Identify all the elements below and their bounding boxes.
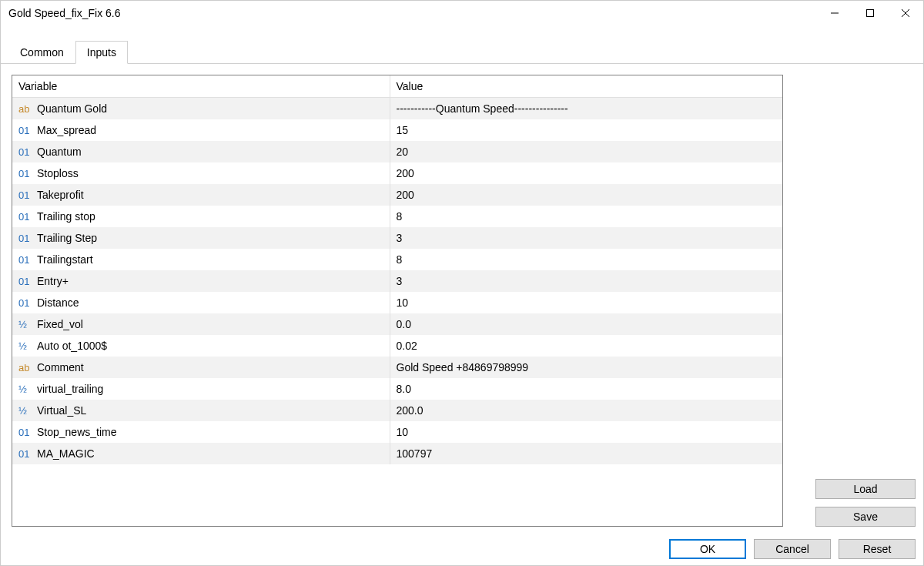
cell-value[interactable]: 15 [390, 119, 782, 141]
variable-name: Virtual_SL [37, 404, 86, 417]
window-title: Gold Speed_fix_Fix 6.6 [8, 7, 817, 19]
variable-name: Quantum Gold [37, 102, 107, 115]
variable-name: Takeprofit [37, 189, 84, 201]
type-badge-01: 01 [18, 211, 34, 223]
tab-common[interactable]: Common [8, 41, 75, 64]
type-badge-ab: ab [18, 103, 34, 115]
table-header-row: Variable Value [12, 75, 782, 98]
cell-value[interactable]: 200.0 [390, 400, 782, 421]
maximize-button[interactable] [852, 1, 888, 25]
table-row[interactable]: abCommentGold Speed +84869798999 [12, 357, 782, 378]
table-row[interactable]: 01Trailing stop8 [12, 206, 782, 227]
type-badge-01: 01 [18, 448, 34, 460]
variable-name: Auto ot_1000$ [37, 340, 107, 352]
bottom-button-bar: OK Cancel Reset [669, 539, 916, 559]
cell-variable: 01Takeprofit [12, 184, 390, 206]
cell-value[interactable]: 100797 [390, 443, 782, 464]
table-row[interactable]: ½Fixed_vol0.0 [12, 313, 782, 335]
cell-value[interactable]: 20 [390, 141, 782, 162]
table-row[interactable]: 01Trailing Step3 [12, 227, 782, 249]
cell-variable: 01Distance [12, 292, 390, 313]
variable-name: MA_MAGIC [37, 447, 95, 460]
cell-value[interactable]: 200 [390, 184, 782, 206]
inputs-table: Variable Value abQuantum Gold-----------… [12, 75, 783, 527]
maximize-icon [866, 9, 874, 17]
cell-variable: ½Auto ot_1000$ [12, 335, 390, 357]
table-row[interactable]: ½virtual_trailing8.0 [12, 378, 782, 400]
table-row[interactable]: 01MA_MAGIC100797 [12, 443, 782, 464]
cell-value[interactable]: 8.0 [390, 378, 782, 400]
cell-variable: ½Fixed_vol [12, 313, 390, 335]
header-value[interactable]: Value [390, 75, 782, 98]
cell-variable: 01Trailing stop [12, 206, 390, 227]
cell-value[interactable]: 0.02 [390, 335, 782, 357]
cell-value[interactable]: 8 [390, 249, 782, 270]
type-badge-frac: ½ [18, 319, 34, 330]
load-button[interactable]: Load [815, 479, 916, 499]
cell-value[interactable]: 10 [390, 292, 782, 313]
titlebar: Gold Speed_fix_Fix 6.6 [1, 1, 923, 25]
type-badge-frac: ½ [18, 340, 34, 352]
table-row[interactable]: 01Distance10 [12, 292, 782, 313]
variable-name: Stop_news_time [37, 426, 117, 438]
type-badge-01: 01 [18, 276, 34, 287]
variable-name: Comment [37, 361, 84, 373]
variable-name: Fixed_vol [37, 318, 83, 330]
table-row[interactable]: 01Stoploss200 [12, 162, 782, 184]
window-controls [817, 1, 923, 25]
table-row[interactable]: 01Takeprofit200 [12, 184, 782, 206]
close-icon [902, 9, 909, 17]
cell-value[interactable]: 3 [390, 227, 782, 249]
table-row[interactable]: 01Stop_news_time10 [12, 421, 782, 443]
variable-name: Trailingstart [37, 253, 93, 266]
type-badge-01: 01 [18, 297, 34, 309]
variable-name: Trailing Step [37, 232, 97, 244]
table-row[interactable]: ½Auto ot_1000$0.02 [12, 335, 782, 357]
tabstrip: Common Inputs [1, 25, 923, 64]
header-variable[interactable]: Variable [12, 75, 390, 98]
inputs-table-grid: Variable Value abQuantum Gold-----------… [12, 75, 782, 464]
content-panel: Variable Value abQuantum Gold-----------… [1, 64, 923, 565]
tab-inputs[interactable]: Inputs [75, 41, 128, 64]
table-row[interactable]: abQuantum Gold-----------Quantum Speed--… [12, 98, 782, 119]
type-badge-01: 01 [18, 254, 34, 266]
variable-name: Quantum [37, 146, 82, 158]
cell-value[interactable]: 8 [390, 206, 782, 227]
type-badge-frac: ½ [18, 383, 34, 395]
cell-variable: 01MA_MAGIC [12, 443, 390, 464]
type-badge-01: 01 [18, 427, 34, 438]
save-button[interactable]: Save [815, 507, 916, 527]
cell-value[interactable]: 200 [390, 162, 782, 184]
cell-value[interactable]: -----------Quantum Speed--------------- [390, 98, 782, 119]
table-row[interactable]: ½Virtual_SL200.0 [12, 400, 782, 421]
variable-name: Max_spread [37, 124, 96, 136]
minimize-button[interactable] [817, 1, 852, 25]
type-badge-01: 01 [18, 168, 34, 179]
cell-value[interactable]: Gold Speed +84869798999 [390, 357, 782, 378]
variable-name: Stoploss [37, 167, 79, 179]
cell-value[interactable]: 10 [390, 421, 782, 443]
close-button[interactable] [888, 1, 923, 25]
table-row[interactable]: 01Entry+3 [12, 270, 782, 292]
cell-value[interactable]: 3 [390, 270, 782, 292]
table-row[interactable]: 01Trailingstart8 [12, 249, 782, 270]
type-badge-01: 01 [18, 125, 34, 136]
variable-name: Distance [37, 296, 79, 309]
cancel-button[interactable]: Cancel [754, 539, 831, 559]
variable-name: Trailing stop [37, 210, 95, 223]
ok-button[interactable]: OK [669, 539, 746, 559]
table-row[interactable]: 01Quantum20 [12, 141, 782, 162]
table-row[interactable]: 01Max_spread15 [12, 119, 782, 141]
cell-variable: 01Trailing Step [12, 227, 390, 249]
cell-variable: 01Entry+ [12, 270, 390, 292]
cell-value[interactable]: 0.0 [390, 313, 782, 335]
minimize-icon [831, 9, 839, 17]
svg-rect-1 [867, 10, 874, 17]
cell-variable: ½Virtual_SL [12, 400, 390, 421]
cell-variable: ½virtual_trailing [12, 378, 390, 400]
variable-name: virtual_trailing [37, 383, 103, 395]
type-badge-ab: ab [18, 362, 34, 373]
reset-button[interactable]: Reset [839, 539, 916, 559]
type-badge-01: 01 [18, 146, 34, 158]
type-badge-frac: ½ [18, 405, 34, 417]
